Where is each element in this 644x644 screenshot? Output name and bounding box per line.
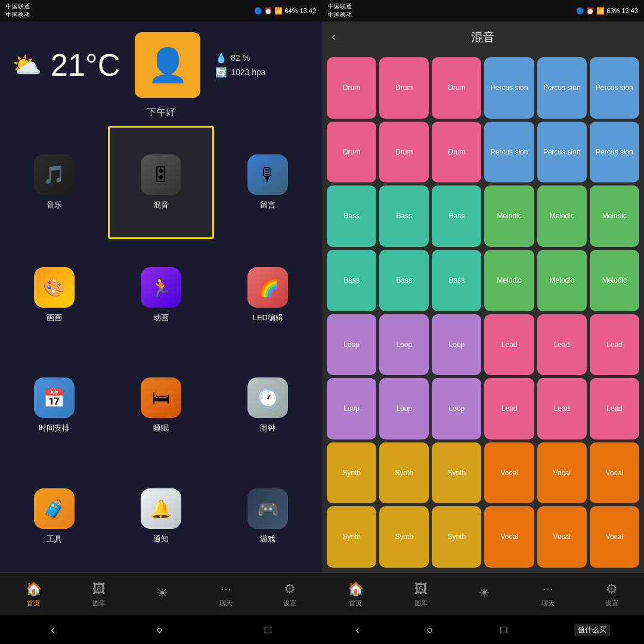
mix-cell-label-40: Vocal: [553, 469, 571, 477]
mix-cell-37[interactable]: Synth: [379, 442, 429, 504]
mix-cell-45[interactable]: Vocal: [484, 506, 534, 568]
mix-cell-6[interactable]: Drum: [327, 122, 376, 183]
mix-cell-7[interactable]: Drum: [379, 122, 429, 183]
left-nav-gallery[interactable]: 🖼 图库: [88, 579, 110, 610]
recent-system-btn[interactable]: □: [265, 624, 271, 636]
mix-cell-1[interactable]: Drum: [379, 57, 429, 119]
mix-cell-23[interactable]: Melodic: [590, 250, 639, 311]
app-item-animate[interactable]: 🏃 动画: [108, 240, 213, 350]
mix-cell-9[interactable]: Percus sion: [484, 122, 534, 183]
mix-cell-label-2: Drum: [448, 83, 465, 92]
app-icon-schedule: 📅: [34, 377, 75, 418]
app-label-tools: 工具: [47, 534, 62, 544]
mix-cell-8[interactable]: Drum: [432, 122, 481, 183]
mix-cell-10[interactable]: Percus sion: [537, 122, 587, 183]
app-item-tools[interactable]: 🧳 工具: [1, 462, 107, 571]
mix-cell-31[interactable]: Loop: [379, 378, 429, 439]
mix-cell-5[interactable]: Percus sion: [590, 57, 639, 119]
mix-header: ‹ 混音: [322, 21, 644, 52]
right-nav-chat[interactable]: ··· 聊天: [537, 579, 559, 610]
mix-cell-3[interactable]: Percus sion: [484, 57, 534, 119]
app-item-games[interactable]: 🎮 游戏: [215, 462, 321, 571]
mix-cell-4[interactable]: Percus sion: [537, 57, 587, 119]
left-nav-theme[interactable]: ☀: [151, 583, 173, 605]
mix-back-button[interactable]: ‹: [332, 29, 336, 45]
right-nav-gallery[interactable]: 🖼 图库: [410, 579, 432, 610]
mix-cell-label-44: Synth: [448, 532, 466, 541]
mix-cell-14[interactable]: Bass: [432, 185, 481, 247]
app-item-draw[interactable]: 🎨 画画: [1, 240, 107, 350]
mix-cell-36[interactable]: Synth: [327, 442, 376, 504]
mix-cell-22[interactable]: Melodic: [537, 250, 587, 311]
app-label-games: 游戏: [260, 534, 275, 544]
home-system-btn[interactable]: ○: [156, 624, 163, 636]
mix-cell-18[interactable]: Bass: [327, 250, 376, 311]
mix-cell-38[interactable]: Synth: [432, 442, 481, 504]
left-nav-icon-home: 🏠: [26, 581, 42, 597]
mix-cell-30[interactable]: Loop: [327, 378, 376, 439]
mix-cell-24[interactable]: Loop: [327, 314, 376, 376]
right-nav-settings[interactable]: ⚙ 设置: [600, 579, 623, 610]
mix-cell-46[interactable]: Vocal: [537, 506, 587, 568]
mix-cell-0[interactable]: Drum: [327, 57, 376, 119]
back-system-btn[interactable]: ‹: [51, 624, 54, 636]
mix-cell-47[interactable]: Vocal: [590, 506, 639, 568]
app-item-music[interactable]: 🎵 音乐: [1, 126, 107, 239]
pressure-icon: 🔄: [215, 67, 227, 78]
mix-cell-13[interactable]: Bass: [379, 185, 429, 247]
right-nav-theme[interactable]: ☀: [473, 583, 495, 605]
right-nav-home[interactable]: 🏠 首页: [343, 579, 369, 610]
weather-icon: ⛅: [12, 51, 42, 79]
mix-cell-29[interactable]: Lead: [590, 314, 639, 376]
mix-cell-19[interactable]: Bass: [379, 250, 429, 311]
mix-cell-25[interactable]: Loop: [379, 314, 429, 376]
mix-cell-16[interactable]: Melodic: [537, 185, 587, 247]
mix-cell-2[interactable]: Drum: [432, 57, 481, 119]
app-item-alarm[interactable]: 🕐 闹钟: [215, 351, 321, 461]
app-item-sleep[interactable]: 🛏 睡眠: [108, 351, 213, 461]
mix-cell-12[interactable]: Bass: [327, 185, 376, 247]
left-nav-settings[interactable]: ⚙ 设置: [278, 579, 301, 610]
mix-cell-20[interactable]: Bass: [432, 250, 481, 311]
user-avatar-container[interactable]: 👤: [135, 32, 200, 98]
app-icon-tools: 🧳: [34, 488, 75, 529]
mix-cell-44[interactable]: Synth: [432, 506, 481, 568]
right-recent-system-btn[interactable]: □: [501, 624, 507, 636]
mix-cell-41[interactable]: Vocal: [590, 442, 639, 504]
mix-cell-28[interactable]: Lead: [537, 314, 587, 376]
mix-cell-21[interactable]: Melodic: [484, 250, 534, 311]
mix-cell-39[interactable]: Vocal: [484, 442, 534, 504]
mix-cell-42[interactable]: Synth: [327, 506, 376, 568]
app-item-schedule[interactable]: 📅 时间安排: [1, 351, 107, 461]
left-nav-icon-settings: ⚙: [284, 581, 296, 597]
mix-cell-26[interactable]: Loop: [432, 314, 481, 376]
app-item-note[interactable]: 🎙 留言: [215, 126, 321, 239]
left-nav-label-home: 首页: [27, 599, 40, 608]
mix-cell-15[interactable]: Melodic: [484, 185, 534, 247]
mix-cell-label-9: Percus sion: [491, 148, 528, 156]
app-item-led[interactable]: 🌈 LED编辑: [215, 240, 321, 350]
right-back-system-btn[interactable]: ‹: [356, 624, 360, 636]
mix-cell-34[interactable]: Lead: [537, 378, 587, 439]
mix-cell-label-12: Bass: [343, 212, 360, 220]
mix-cell-11[interactable]: Percus sion: [590, 122, 639, 183]
right-signal-icon: 📶: [596, 7, 605, 15]
app-item-mix[interactable]: 🎛 混音: [108, 126, 213, 239]
mix-cell-17[interactable]: Melodic: [590, 185, 639, 247]
left-nav-label-settings: 设置: [283, 599, 296, 608]
left-nav-home[interactable]: 🏠 首页: [21, 579, 47, 610]
mix-cell-40[interactable]: Vocal: [537, 442, 587, 504]
mix-cell-43[interactable]: Synth: [379, 506, 429, 568]
mix-cell-label-38: Synth: [448, 469, 466, 477]
mix-cell-32[interactable]: Loop: [432, 378, 481, 439]
mix-cell-33[interactable]: Lead: [484, 378, 534, 439]
mix-cell-35[interactable]: Lead: [590, 378, 639, 439]
mix-cell-label-5: Percus sion: [596, 83, 633, 92]
left-panel: 中国联通 中国移动 🔵 ⏰ 📶 64% 13:42 ⛅ 21°C 👤 💧 82 …: [0, 0, 322, 644]
mix-cell-label-34: Lead: [554, 404, 570, 413]
right-home-system-btn[interactable]: ○: [427, 624, 434, 636]
left-nav-chat[interactable]: ··· 聊天: [215, 579, 237, 610]
mix-cell-27[interactable]: Lead: [484, 314, 534, 376]
clock-icon: ⏰: [264, 7, 273, 15]
app-item-notify[interactable]: 🔔 通知: [108, 462, 213, 571]
